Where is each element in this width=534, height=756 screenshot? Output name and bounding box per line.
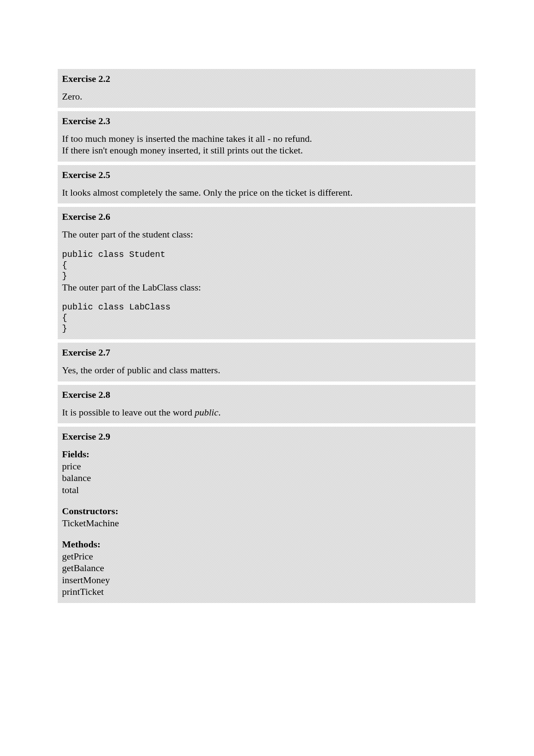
answer-text: The outer part of the student class: [62,228,471,241]
answer-text: Zero. [62,91,471,103]
code-block: public class LabClass { } [62,302,471,334]
page: Exercise 2.2 Zero. Exercise 2.3 If too m… [0,0,534,756]
method-item: printTicket [62,586,471,598]
exercise-block: Exercise 2.7 Yes, the order of public an… [58,343,475,381]
field-item: total [62,484,471,496]
exercise-block: Exercise 2.6 The outer part of the stude… [58,207,475,339]
code-block: public class Student { } [62,249,471,281]
exercise-title: Exercise 2.2 [62,73,471,84]
answer-text-pre: It is possible to leave out the word [62,407,195,418]
exercise-title: Exercise 2.9 [62,431,471,442]
answer-text: It looks almost completely the same. Onl… [62,187,471,199]
exercise-block: Exercise 2.2 Zero. [58,69,475,108]
constructors-group: Constructors: TicketMachine [62,505,471,529]
italic-word: public [195,407,218,418]
exercise-title: Exercise 2.7 [62,347,471,358]
exercise-block: Exercise 2.5 It looks almost completely … [58,165,475,204]
answer-text: Yes, the order of public and class matte… [62,364,471,376]
exercise-title: Exercise 2.8 [62,389,471,400]
answer-text: The outer part of the LabClass class: [62,281,471,294]
exercise-title: Exercise 2.5 [62,169,471,181]
exercise-block: Exercise 2.9 Fields: price balance total… [58,427,475,603]
method-item: insertMoney [62,574,471,586]
methods-group: Methods: getPrice getBalance insertMoney… [62,538,471,598]
fields-group: Fields: price balance total [62,448,471,496]
method-item: getBalance [62,562,471,574]
answer-text-post: . [218,407,221,418]
answer-text: If too much money is inserted the machin… [62,133,471,145]
exercise-title: Exercise 2.3 [62,116,471,127]
method-item: getPrice [62,550,471,562]
exercise-title: Exercise 2.6 [62,211,471,222]
exercise-block: Exercise 2.8 It is possible to leave out… [58,385,475,424]
exercise-block: Exercise 2.3 If too much money is insert… [58,111,475,162]
fields-label: Fields: [62,448,471,460]
answer-text: It is possible to leave out the word pub… [62,406,471,419]
field-item: balance [62,472,471,484]
field-item: price [62,460,471,472]
answer-text: If there isn't enough money inserted, it… [62,144,471,156]
constructors-label: Constructors: [62,505,471,517]
content-area: Exercise 2.2 Zero. Exercise 2.3 If too m… [58,69,475,603]
constructor-item: TicketMachine [62,517,471,529]
methods-label: Methods: [62,538,471,550]
